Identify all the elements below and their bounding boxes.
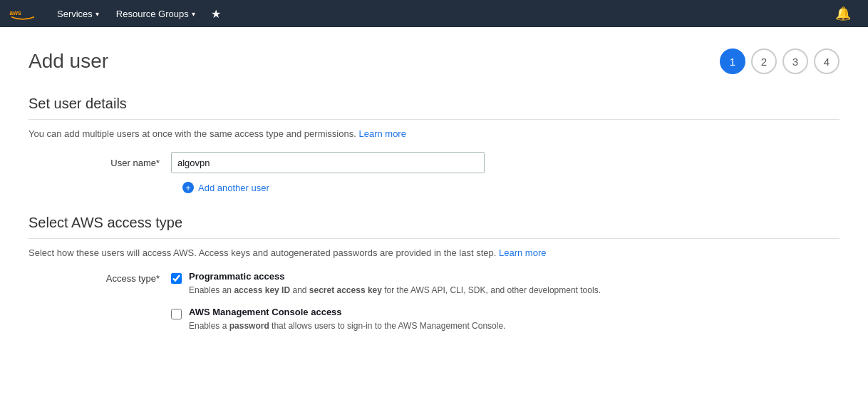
services-label: Services — [57, 9, 93, 19]
programmatic-access-title: Programmatic access — [189, 271, 601, 282]
console-access-text: AWS Management Console access Enables a … — [189, 307, 601, 332]
plus-circle-icon: + — [182, 182, 194, 193]
favorites-star-icon[interactable]: ★ — [204, 7, 228, 21]
console-access-desc: Enables a password that allows users to … — [189, 319, 601, 332]
stepper: 1 2 3 4 — [720, 48, 839, 74]
step-1-number: 1 — [730, 56, 735, 68]
user-details-learn-more-link[interactable]: Learn more — [358, 128, 405, 139]
step-4[interactable]: 4 — [814, 48, 839, 74]
add-another-user-label: Add another user — [198, 183, 269, 193]
resource-groups-nav-item[interactable]: Resource Groups ▾ — [108, 0, 204, 27]
page-header: Add user 1 2 3 4 — [29, 48, 839, 74]
step-3[interactable]: 3 — [782, 48, 808, 74]
console-access-option: AWS Management Console access Enables a … — [171, 307, 601, 332]
console-access-title: AWS Management Console access — [189, 307, 601, 317]
add-another-user-row: + Add another user — [182, 182, 839, 193]
user-details-section-title: Set user details — [29, 96, 839, 120]
access-type-section-title: Select AWS access type — [29, 215, 839, 239]
user-details-section: Set user details You can add multiple us… — [29, 96, 839, 193]
user-details-subtitle: You can add multiple users at once with … — [29, 128, 839, 139]
username-input[interactable] — [171, 152, 485, 173]
navbar: aws Services ▾ Resource Groups ▾ ★ 🔔 — [0, 0, 868, 27]
notifications-bell-icon[interactable]: 🔔 — [827, 6, 859, 21]
programmatic-access-text: Programmatic access Enables an access ke… — [189, 271, 601, 297]
access-type-subtitle: Select how these users will access AWS. … — [29, 247, 839, 258]
services-nav-item[interactable]: Services ▾ — [48, 0, 108, 27]
console-access-checkbox[interactable] — [171, 309, 182, 319]
username-form-row: User name* — [29, 152, 839, 173]
resource-groups-chevron-icon: ▾ — [192, 10, 195, 18]
resource-groups-label: Resource Groups — [116, 9, 189, 19]
svg-text:aws: aws — [9, 9, 21, 16]
access-type-subtitle-text: Select how these users will access AWS. … — [29, 247, 496, 258]
page-content: Add user 1 2 3 4 Set user details You ca… — [0, 27, 868, 420]
add-another-user-button[interactable]: + Add another user — [182, 182, 269, 193]
user-details-subtitle-text: You can add multiple users at once with … — [29, 128, 356, 139]
programmatic-access-checkbox[interactable] — [171, 273, 182, 284]
access-options: Programmatic access Enables an access ke… — [171, 271, 601, 332]
aws-logo[interactable]: aws — [9, 4, 37, 24]
step-4-number: 4 — [824, 56, 830, 68]
access-type-row: Access type* Programmatic access Enables… — [29, 271, 839, 332]
access-type-label: Access type* — [29, 271, 171, 284]
step-2-number: 2 — [761, 56, 767, 68]
step-2[interactable]: 2 — [751, 48, 777, 74]
page-title: Add user — [29, 50, 108, 73]
step-1[interactable]: 1 — [720, 48, 745, 74]
programmatic-access-desc: Enables an access key ID and secret acce… — [189, 284, 601, 297]
access-type-section: Select AWS access type Select how these … — [29, 215, 839, 332]
username-label: User name* — [29, 158, 171, 168]
access-type-learn-more-link[interactable]: Learn more — [499, 247, 546, 258]
programmatic-access-option: Programmatic access Enables an access ke… — [171, 271, 601, 297]
step-3-number: 3 — [792, 56, 798, 68]
services-chevron-icon: ▾ — [95, 10, 99, 18]
